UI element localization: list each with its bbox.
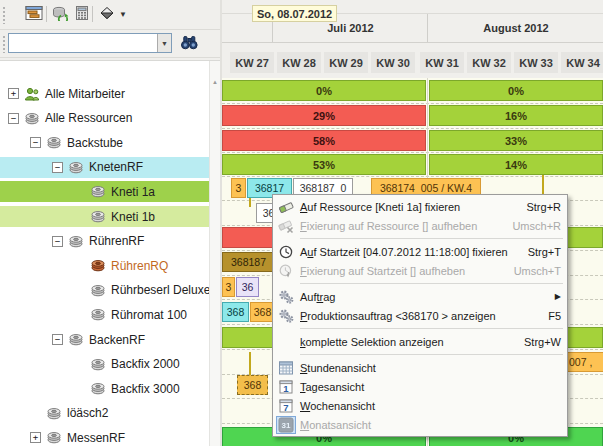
gantt-label: 3 — [226, 281, 232, 293]
menu-shortcut: Umsch+T — [500, 265, 561, 277]
gantt-label: 29% — [313, 110, 335, 122]
context-menu: Auf Ressource [Kneti 1a] fixierenStrg+RF… — [272, 194, 568, 437]
svg-text:7: 7 — [283, 401, 288, 412]
menu-item[interactable]: komplette Selektion anzeigenStrg+W — [273, 332, 567, 351]
gantt-label: 368 — [244, 379, 262, 391]
month-label: Juli 2012 — [327, 22, 373, 34]
menu-item[interactable]: Auf Startzeit [04.07.2012 11:18:00] fixi… — [273, 242, 567, 261]
utilization-bar[interactable]: 58% — [222, 130, 426, 151]
gantt-label: 007 , — [569, 356, 592, 368]
collapse-minus-icon[interactable]: − — [52, 334, 63, 345]
gantt-label: 368187 0 — [300, 182, 347, 194]
tree-row[interactable]: +Alle Mitarbeiter — [0, 83, 216, 104]
menu-label-part: ixierung auf Startzeit [] aufheben — [307, 265, 465, 277]
tree-item-label: Kneti 1b — [111, 210, 155, 224]
utilization-bar[interactable]: 33% — [429, 130, 603, 151]
menu-item-label: Tagesansicht — [300, 381, 364, 393]
utilization-bar[interactable]: 14% — [429, 154, 603, 175]
resource-filter-input[interactable] — [9, 34, 157, 52]
menu-item-label: Wochenansicht — [300, 400, 375, 412]
menu-label-part: ixierung auf Ressource [] aufheben — [307, 220, 478, 232]
week-header-cell: KW 33 — [514, 52, 558, 73]
menu-item[interactable]: Produktionsauftrag <368170 > anzeigenF5 — [273, 306, 567, 325]
menu-item[interactable]: 7Wochenansicht — [273, 396, 567, 415]
menu-item[interactable]: Stundenansicht — [273, 358, 567, 377]
resource-icon — [90, 210, 107, 224]
week-header-cell: KW 30 — [371, 52, 415, 73]
resource-icon — [24, 111, 41, 125]
clock-remove-icon — [277, 263, 295, 279]
collapse-minus-icon[interactable]: − — [52, 162, 63, 173]
menu-item[interactable]: 1Tagesansicht — [273, 377, 567, 396]
find-button[interactable] — [178, 32, 200, 54]
gantt-view-button[interactable] — [23, 3, 45, 25]
tree-item-label: Backstube — [67, 136, 123, 150]
toolbar-divider — [0, 57, 220, 58]
menu-shortcut: F5 — [534, 310, 561, 322]
utilization-bar[interactable]: 16% — [429, 105, 603, 126]
menu-label-part: omplette Selektion anzeigen — [306, 336, 444, 348]
task-box[interactable]: 368 — [222, 302, 249, 322]
tree-item-label: MessenRF — [67, 431, 125, 445]
menu-item-label: Auf Startzeit [04.07.2012 11:18:00] fixi… — [300, 246, 508, 258]
tree-item-label: Alle Mitarbeiter — [45, 87, 125, 101]
resource-filter-combobox[interactable]: ▼ — [8, 33, 172, 53]
gantt-label: 53% — [313, 159, 335, 171]
gantt-label: 0% — [316, 85, 332, 97]
tree-row[interactable]: löäsch2 — [0, 403, 238, 424]
menu-item: Fixierung auf Ressource [] aufhebenUmsch… — [273, 216, 567, 235]
gantt-label: 16% — [505, 110, 527, 122]
row-separator — [222, 152, 603, 153]
tree-scrollbar[interactable]: ▲ — [209, 61, 220, 446]
menu-item[interactable]: Auftrag▶ — [273, 287, 567, 306]
menu-separator — [300, 238, 563, 239]
utilization-bar[interactable]: 0% — [222, 80, 426, 101]
gantt-label: 368 — [227, 306, 245, 318]
tree-item-label: Kneti 1a — [111, 185, 155, 199]
tree-item-label: Rühromat 100 — [111, 308, 187, 322]
flip-tool-dropdown[interactable]: ▼ — [116, 3, 130, 25]
utilization-bar[interactable]: 29% — [222, 105, 426, 126]
menu-separator — [300, 283, 563, 284]
expand-plus-icon[interactable]: + — [30, 432, 41, 443]
eraser-icon — [277, 199, 295, 215]
collapse-minus-icon[interactable]: − — [52, 236, 63, 247]
tree-row[interactable]: +MessenRF — [0, 427, 238, 446]
diamond-icon — [99, 5, 115, 23]
resource-icon — [46, 431, 63, 445]
collapse-minus-icon[interactable]: − — [30, 137, 41, 148]
combobox-dropdown-button[interactable]: ▼ — [157, 34, 171, 52]
week-header-cell: KW 29 — [324, 52, 368, 73]
menu-item[interactable]: Auf Ressource [Kneti 1a] fixierenStrg+R — [273, 197, 567, 216]
task-box[interactable]: 368187 — [222, 252, 275, 272]
flip-tool-button[interactable] — [96, 3, 118, 25]
resource-tree: +Alle Mitarbeiter−Alle Ressourcen−Backst… — [0, 60, 220, 446]
calculator-button[interactable] — [71, 3, 93, 25]
tree-row[interactable]: −Backstube — [0, 132, 238, 153]
svg-text:1: 1 — [283, 382, 289, 393]
task-box[interactable]: 3 — [231, 178, 246, 198]
task-box[interactable]: 368 — [237, 375, 268, 395]
scroll-up-icon[interactable]: ▲ — [211, 79, 219, 85]
day-view-icon: 1 — [277, 379, 295, 395]
refresh-data-button[interactable] — [49, 3, 71, 25]
task-box[interactable]: 007 , — [566, 352, 603, 372]
date-tooltip: So, 08.07.2012 — [252, 5, 337, 22]
collapse-minus-icon[interactable]: − — [8, 113, 19, 124]
menu-label-part: F — [300, 265, 307, 277]
expand-plus-icon[interactable]: + — [8, 88, 19, 99]
menu-icon-placeholder — [277, 334, 295, 350]
menu-item-label: komplette Selektion anzeigen — [300, 336, 444, 348]
task-box[interactable]: 3 — [222, 277, 235, 297]
gantt-label: 58% — [313, 135, 335, 147]
resource-icon — [90, 357, 107, 371]
resource-icon — [90, 283, 107, 297]
resource-icon — [68, 234, 85, 248]
utilization-bar[interactable]: 53% — [222, 154, 426, 175]
utilization-bar[interactable]: 0% — [429, 80, 603, 101]
tree-row[interactable]: −Alle Ressourcen — [0, 108, 216, 129]
week-header-cell: KW 28 — [277, 52, 321, 73]
row-separator — [222, 128, 603, 129]
menu-item-label: Monatsansicht — [300, 419, 371, 431]
task-box[interactable]: 36 — [236, 277, 259, 297]
